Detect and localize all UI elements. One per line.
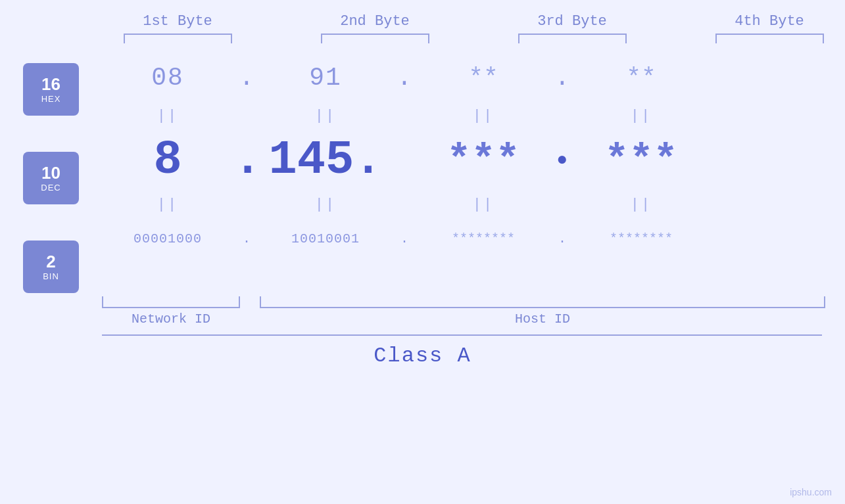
bottom-bracket-row bbox=[102, 296, 845, 308]
dec-b1: 8 bbox=[102, 133, 233, 187]
bracket-top-1 bbox=[124, 34, 232, 43]
bin-row: 00001000 . 10010001 . ******** . bbox=[102, 218, 845, 260]
watermark: ipshu.com bbox=[790, 487, 832, 497]
network-id-bracket bbox=[102, 296, 240, 308]
byte1-label: 1st Byte bbox=[112, 13, 243, 30]
bin-badge: 2 BIN bbox=[23, 241, 79, 293]
bin-badge-num: 2 bbox=[46, 252, 55, 271]
id-labels-row: Network ID Host ID bbox=[102, 311, 845, 327]
class-bracket-line bbox=[102, 334, 822, 336]
bin-dot-2: . bbox=[391, 231, 418, 246]
bin-b2: 10010001 bbox=[260, 231, 391, 246]
host-id-bracket bbox=[260, 296, 825, 308]
bracket-top-4 bbox=[715, 34, 824, 43]
bracket-top-2 bbox=[321, 34, 429, 43]
dec-dot-3: ● bbox=[549, 150, 575, 170]
hex-b1: 08 bbox=[102, 64, 233, 92]
class-a-label: Class A bbox=[0, 344, 845, 368]
byte2-label: 2nd Byte bbox=[309, 13, 441, 30]
hex-b3: ** bbox=[418, 64, 549, 92]
hex-dot-3: . bbox=[549, 64, 575, 92]
bin-b4: ******** bbox=[575, 231, 707, 246]
dec-badge-num: 10 bbox=[41, 164, 60, 183]
dec-badge: 10 DEC bbox=[23, 152, 79, 204]
bin-dot-1: . bbox=[233, 231, 260, 246]
dec-b4: *** bbox=[575, 137, 707, 183]
byte4-label: 4th Byte bbox=[704, 13, 835, 30]
bin-badge-label: BIN bbox=[43, 271, 59, 281]
badge-column: 16 HEX 10 DEC 2 BIN bbox=[0, 53, 102, 293]
dec-b2: 145. bbox=[260, 133, 391, 187]
host-id-label: Host ID bbox=[260, 311, 825, 327]
eq-row: || || || || bbox=[102, 103, 845, 129]
bin-dot-3: . bbox=[549, 231, 575, 246]
bottom-brackets-area: Network ID Host ID Class A bbox=[0, 296, 845, 368]
bin-b1: 00001000 bbox=[102, 231, 233, 246]
right-content: 08 . 91 . ** . ** bbox=[102, 53, 845, 293]
network-id-label: Network ID bbox=[102, 311, 240, 327]
rows-section: 16 HEX 10 DEC 2 BIN 08 . bbox=[0, 53, 845, 293]
hex-badge: 16 HEX bbox=[23, 63, 79, 116]
hex-dot-1: . bbox=[233, 64, 260, 92]
hex-b2: 91 bbox=[260, 64, 391, 92]
dec-b3: *** bbox=[418, 137, 549, 183]
bin-b3: ******** bbox=[418, 231, 549, 246]
byte3-label: 3rd Byte bbox=[506, 13, 638, 30]
dec-dot-1: . bbox=[233, 133, 260, 187]
dec-row: 8 . 145. *** ● *** bbox=[102, 129, 845, 191]
eq-row-2: || || || || bbox=[102, 191, 845, 218]
hex-badge-label: HEX bbox=[41, 94, 61, 104]
bracket-top-3 bbox=[518, 34, 627, 43]
main-container: 1st Byte 2nd Byte 3rd Byte 4th Byte 16 bbox=[0, 0, 845, 504]
hex-b4: ** bbox=[575, 64, 707, 92]
hex-dot-2: . bbox=[391, 64, 418, 92]
dec-badge-label: DEC bbox=[41, 183, 60, 193]
hex-badge-num: 16 bbox=[41, 75, 60, 94]
hex-row: 08 . 91 . ** . ** bbox=[102, 53, 845, 103]
